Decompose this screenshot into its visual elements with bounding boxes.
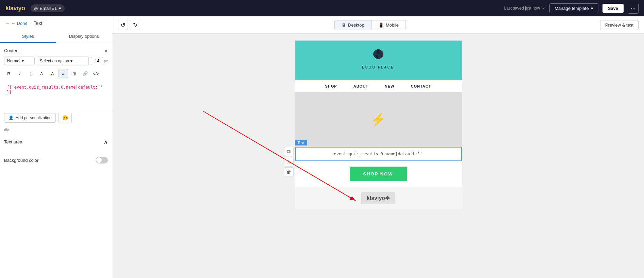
textarea-section-label: Text area (4, 139, 22, 144)
favorite-action-button[interactable]: ☆ (284, 157, 294, 167)
nav-bar: SHOP ABOUT NEW CONTACT (295, 80, 462, 92)
section-title: Content (4, 48, 20, 53)
add-personalization-label: Add personalization (16, 115, 51, 120)
desktop-view-button[interactable]: 🖥 Desktop (335, 20, 371, 30)
topbar-right: Last saved just now ✓ Manage template ▾ … (504, 3, 639, 14)
nav-item-new[interactable]: NEW (385, 84, 395, 88)
footer-logo: klaviyo✱ (361, 192, 395, 204)
more-format-button[interactable]: ⋮ (26, 69, 35, 78)
email-preview: LOGO PLACE SHOP ABOUT NEW CONTACT ⚡ Text (295, 41, 462, 271)
div-label: div (0, 126, 112, 134)
done-link[interactable]: ← ← Done (5, 21, 28, 26)
align-button[interactable]: ≡ (59, 69, 68, 78)
text-content-area[interactable]: {{ event.quiz_results.0.name|default:'' … (4, 82, 108, 102)
background-color-row: Background color (0, 154, 112, 166)
preview-test-button[interactable]: Preview & test (600, 20, 639, 30)
background-color-label: Background color (4, 158, 38, 163)
text-block-wrapper: Text ⧉ ☆ 🗑 event.quiz_results.0.name|def… (295, 147, 462, 161)
person-icon: 👤 (9, 115, 14, 120)
collapse-icon[interactable]: ∧ (104, 139, 108, 145)
chevron-down-icon: ▾ (22, 59, 24, 63)
textarea-section: Text area ∧ (0, 134, 112, 154)
done-label: ← Done (11, 21, 28, 26)
image-placeholder: ⚡ (295, 92, 462, 147)
back-arrow-icon: ← (5, 21, 10, 26)
personalization-row: 👤 Add personalization 😊 (0, 110, 112, 126)
redo-button[interactable]: ↻ (130, 20, 140, 30)
left-panel: ← ← Done Text Styles Display options Con… (0, 16, 112, 278)
canvas-area: LOGO PLACE SHOP ABOUT NEW CONTACT ⚡ Text (112, 34, 644, 278)
font-size-input: 14 px (91, 57, 108, 65)
more-options-button[interactable]: ⋯ (628, 3, 639, 14)
copy-action-button[interactable]: ⧉ (284, 147, 294, 156)
text-block-label: Text (295, 140, 307, 145)
email-header: LOGO PLACE (295, 41, 462, 80)
main-layout: ← ← Done Text Styles Display options Con… (0, 16, 644, 278)
textarea-section-header: Text area ∧ (4, 139, 108, 145)
text-block[interactable]: event.quiz_results.0.name|default:'' (295, 147, 462, 161)
code-button[interactable]: </> (91, 69, 101, 78)
klaviyo-logo: klaviyo (5, 5, 25, 12)
background-color-toggle[interactable] (96, 157, 108, 164)
nav-item-shop[interactable]: SHOP (325, 84, 337, 88)
italic-button[interactable]: I (15, 69, 24, 78)
bold-button[interactable]: B (4, 69, 14, 78)
nav-item-contact[interactable]: CONTACT (411, 84, 431, 88)
format-toolbar: B I ⋮ A A ≡ ⊞ 🔗 </> (4, 69, 108, 78)
shop-now-button[interactable]: SHOP NOW (350, 167, 407, 181)
font-bg-button[interactable]: A (48, 69, 57, 78)
tabs-row: Styles Display options (0, 30, 112, 43)
content-section: Content ∧ Normal ▾ Select an option ▾ 14… (0, 43, 112, 110)
topbar: klaviyo ◎ Email #1 ▾ Last saved just now… (0, 0, 644, 16)
desktop-label: Desktop (348, 22, 364, 28)
email-name: Email #1 (40, 6, 57, 11)
desktop-icon: 🖥 (342, 22, 346, 28)
emoji-button[interactable]: 😊 (59, 113, 72, 123)
manage-template-button[interactable]: Manage template ▾ (549, 3, 598, 13)
nav-item-about[interactable]: ABOUT (353, 84, 368, 88)
mobile-label: Mobile (386, 22, 399, 28)
logo-area: LOGO PLACE (302, 47, 455, 69)
manage-template-label: Manage template (555, 6, 589, 11)
add-personalization-button[interactable]: 👤 Add personalization (4, 113, 56, 123)
float-action-menu: ⧉ ☆ 🗑 (284, 147, 294, 177)
topbar-left: klaviyo ◎ Email #1 ▾ (5, 4, 65, 12)
section-label: Content ∧ (4, 48, 108, 53)
right-content: ↺ ↻ 🖥 Desktop 📱 Mobile Preview & test (112, 16, 644, 278)
email-badge[interactable]: ◎ Email #1 ▾ (31, 4, 65, 12)
mobile-view-button[interactable]: 📱 Mobile (371, 20, 406, 30)
mobile-icon: 📱 (378, 22, 384, 28)
panel-title: Text (34, 20, 43, 26)
controls-row: Normal ▾ Select an option ▾ 14 px (4, 57, 108, 65)
link-button[interactable]: 🔗 (80, 69, 90, 78)
chevron-down-icon: ▾ (591, 6, 593, 11)
text-block-content: event.quiz_results.0.name|default:'' (300, 152, 457, 156)
image-button[interactable]: ⊞ (69, 69, 79, 78)
save-button[interactable]: Save (602, 4, 624, 13)
chevron-down-icon: ▾ (70, 59, 72, 63)
check-icon: ✓ (542, 6, 545, 11)
tab-styles[interactable]: Styles (0, 30, 56, 43)
emoji-icon: 😊 (62, 115, 68, 121)
font-color-button[interactable]: A (37, 69, 46, 78)
email-footer: klaviyo✱ (295, 187, 462, 210)
undo-redo-group: ↺ ↻ (118, 20, 140, 30)
editor-toolbar: ↺ ↻ 🖥 Desktop 📱 Mobile Preview & test (112, 16, 644, 34)
text-style-value: Normal (7, 59, 20, 63)
logo-text: LOGO PLACE (362, 65, 394, 69)
tab-display-options[interactable]: Display options (56, 30, 112, 43)
font-value: Select an option (40, 59, 69, 63)
font-size-field[interactable]: 14 (91, 57, 103, 65)
text-style-dropdown[interactable]: Normal ▾ (4, 57, 35, 65)
template-variable: {{ event.quiz_results.0.name|default:'' … (7, 85, 103, 95)
undo-button[interactable]: ↺ (118, 20, 128, 30)
last-saved-text: Last saved just now (504, 6, 540, 11)
delete-action-button[interactable]: 🗑 (284, 167, 294, 177)
view-toggle: 🖥 Desktop 📱 Mobile (334, 20, 406, 30)
last-saved-indicator: Last saved just now ✓ (504, 6, 545, 11)
circle-icon: ◎ (34, 6, 38, 11)
chevron-down-icon: ▾ (59, 6, 61, 11)
collapse-icon[interactable]: ∧ (104, 48, 108, 53)
panel-header: ← ← Done Text (0, 16, 112, 30)
font-dropdown[interactable]: Select an option ▾ (37, 57, 89, 65)
